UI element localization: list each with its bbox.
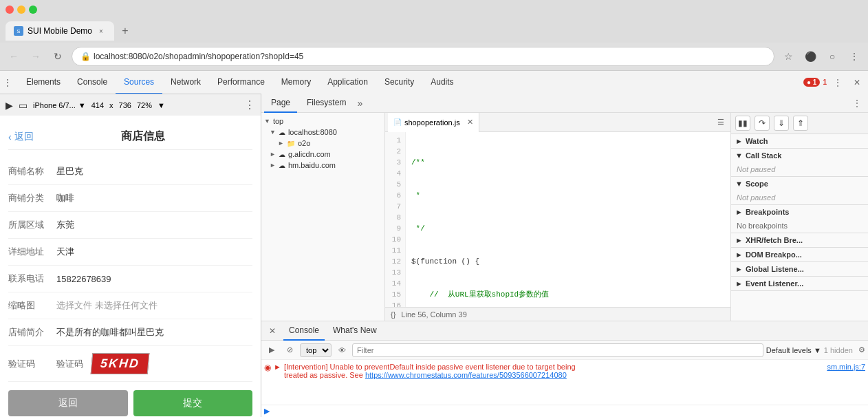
- tree-item-baidu[interactable]: ► ☁ hm.baidu.com: [261, 160, 384, 171]
- tab-title: SUI Mobile Demo: [28, 26, 92, 36]
- sources-tab-page[interactable]: Page: [264, 94, 297, 113]
- phone-label: 联系电话: [8, 272, 56, 285]
- devtools-tab-memory[interactable]: Memory: [273, 71, 319, 94]
- format-icon[interactable]: ☰: [714, 116, 728, 129]
- step-over-button[interactable]: ↷: [755, 116, 770, 131]
- thumbnail-value[interactable]: 选择文件 未选择任何文件: [56, 299, 252, 312]
- inspect-mode-button[interactable]: ▶: [6, 100, 13, 111]
- error-source-link[interactable]: sm.min.js:7: [827, 363, 865, 371]
- console-clear-button[interactable]: ⊘: [282, 343, 297, 358]
- back-button[interactable]: ‹ 返回: [8, 131, 34, 143]
- devtools-tab-application[interactable]: Application: [319, 71, 376, 94]
- call-stack-section-header[interactable]: ▼ Call Stack: [731, 149, 868, 162]
- forward-nav-button[interactable]: →: [28, 48, 44, 65]
- step-into-button[interactable]: ⇓: [774, 116, 789, 131]
- code-file-tab[interactable]: 📄 shopoperation.js ✕: [388, 113, 479, 132]
- close-button[interactable]: [6, 6, 14, 14]
- breakpoints-section-header[interactable]: ► Breakpoints: [731, 205, 868, 219]
- browser-tab[interactable]: S SUI Mobile Demo ×: [6, 21, 114, 41]
- event-section-header[interactable]: ► Event Listener...: [731, 277, 868, 290]
- debugger-sidebar: ▮▮ ↷ ⇓ ⇑ ► Watch: [730, 113, 868, 321]
- error-text: [Intervention] Unable to preventDefault …: [284, 363, 576, 379]
- tree-item-o2o[interactable]: ► 📁 o2o: [261, 138, 384, 149]
- console-context-select[interactable]: top: [300, 343, 332, 357]
- tab-bar: S SUI Mobile Demo × +: [0, 19, 868, 43]
- devtools-close-icon[interactable]: ✕: [849, 74, 865, 91]
- sources-more-button[interactable]: »: [357, 98, 362, 109]
- profile-icon[interactable]: ○: [824, 48, 840, 65]
- xhr-section-header[interactable]: ► XHR/fetch Bre...: [731, 233, 868, 247]
- console-close-button[interactable]: ✕: [264, 323, 281, 339]
- expand-arrow-icon: ►: [274, 363, 281, 371]
- dom-label: DOM Breakpo...: [746, 250, 802, 259]
- cloud-icon: ☁: [279, 162, 285, 169]
- devtools-tab-network[interactable]: Network: [162, 71, 209, 94]
- reload-button[interactable]: ↻: [50, 48, 66, 65]
- devtools-tab-security[interactable]: Security: [376, 71, 422, 94]
- scope-section-header[interactable]: ▼ Scope: [731, 177, 868, 191]
- sources-panel: Page Filesystem » ⋮ ▼ top: [261, 94, 868, 321]
- devtools-tab-console[interactable]: Console: [69, 71, 116, 94]
- console-tab-whats-new[interactable]: What's New: [327, 321, 382, 341]
- console-filter-input[interactable]: [352, 343, 763, 357]
- back-nav-button[interactable]: ←: [6, 48, 22, 65]
- devtools-tab-audits[interactable]: Audits: [422, 71, 462, 94]
- tab-close-button[interactable]: ×: [96, 26, 106, 36]
- mobile-more-icon[interactable]: ⋮: [244, 98, 255, 111]
- console-content: ◉ ► [Intervention] Unable to preventDefa…: [261, 360, 868, 405]
- url-text: localhost:8080/o2o/shopadmin/shopoperati…: [94, 52, 303, 61]
- tree-item-top[interactable]: ▼ top: [261, 116, 384, 127]
- cancel-button[interactable]: 返回: [8, 390, 128, 416]
- expand-arrow-icon: ►: [270, 162, 276, 169]
- global-label: Global Listene...: [746, 265, 804, 273]
- devtools-tab-sources[interactable]: Sources: [116, 71, 162, 94]
- form-row-region: 所属区域 东莞: [8, 212, 252, 239]
- category-value: 咖啡: [56, 192, 252, 204]
- traffic-lights: [6, 6, 37, 14]
- expand-arrow-icon: ►: [735, 137, 743, 145]
- devtools-more-icon[interactable]: ⋮: [829, 74, 846, 91]
- scope-section: ▼ Scope Not paused: [731, 177, 868, 205]
- new-tab-button[interactable]: +: [117, 23, 133, 39]
- console-eye-icon[interactable]: 👁: [334, 343, 349, 358]
- devtools-tab-performance[interactable]: Performance: [209, 71, 273, 94]
- expand-arrow-icon: ►: [735, 250, 743, 259]
- sources-settings-icon[interactable]: ⋮: [849, 95, 865, 111]
- minimize-button[interactable]: [17, 6, 25, 14]
- captcha-image[interactable]: 5KHD: [91, 353, 150, 374]
- address-bar[interactable]: 🔒 localhost:8080/o2o/shopadmin/shopopera…: [72, 47, 774, 66]
- tree-item-alicdn[interactable]: ► ☁ g.alicdn.com: [261, 149, 384, 160]
- device-selector[interactable]: iPhone 6/7... ▼: [33, 101, 86, 109]
- line-number: 14: [385, 278, 405, 289]
- devtools-drag-handle[interactable]: ⋮: [3, 77, 12, 88]
- menu-icon[interactable]: ⋮: [846, 48, 862, 65]
- console-levels-select[interactable]: Default levels ▼: [766, 346, 821, 354]
- sources-tab-filesystem[interactable]: Filesystem: [300, 94, 353, 113]
- error-link[interactable]: https://www.chromestatus.com/features/50…: [365, 371, 567, 379]
- xhr-breakpoints-section: ► XHR/fetch Bre...: [731, 233, 868, 248]
- tree-item-localhost[interactable]: ▼ ☁ localhost:8080: [261, 127, 384, 138]
- device-mode-button[interactable]: ▭: [19, 100, 28, 111]
- code-content[interactable]: 1 2 3 4 5 6 7 8 9 10 11: [385, 132, 730, 307]
- console-settings-icon[interactable]: ⚙: [858, 345, 865, 354]
- global-section-header[interactable]: ► Global Listene...: [731, 262, 868, 276]
- step-out-button[interactable]: ⇑: [793, 116, 808, 131]
- dom-section-header[interactable]: ► DOM Breakpo...: [731, 248, 868, 261]
- extensions-icon[interactable]: ⚫: [802, 48, 818, 65]
- watch-section-header[interactable]: ► Watch: [731, 134, 868, 148]
- line-number: 16: [385, 300, 405, 307]
- cloud-icon: ☁: [279, 151, 285, 158]
- sources-content: ▼ top ▼ ☁ localhost:8080 ► 📁 o2o: [261, 113, 868, 321]
- submit-button[interactable]: 提交: [133, 390, 253, 416]
- maximize-button[interactable]: [29, 6, 37, 14]
- file-close-icon[interactable]: ✕: [467, 118, 473, 127]
- line-numbers: 1 2 3 4 5 6 7 8 9 10 11: [385, 132, 406, 307]
- console-run-button[interactable]: ▶: [264, 343, 279, 358]
- expand-arrow-icon: ►: [735, 265, 743, 273]
- expand-arrow-icon: ▼: [735, 151, 743, 160]
- bookmark-icon[interactable]: ☆: [780, 48, 796, 65]
- console-tab-console[interactable]: Console: [283, 321, 325, 341]
- chevron-down-icon-zoom: ▼: [158, 101, 165, 109]
- devtools-tab-elements[interactable]: Elements: [18, 71, 69, 94]
- pause-button[interactable]: ▮▮: [735, 116, 750, 131]
